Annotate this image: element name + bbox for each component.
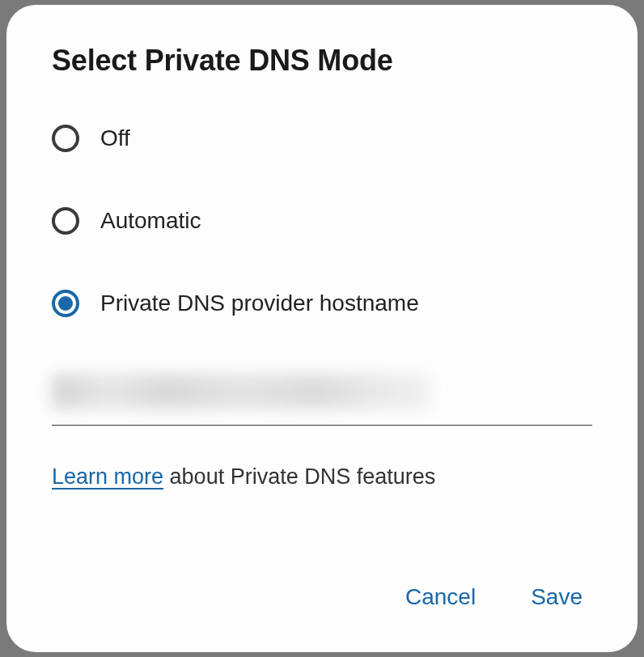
save-button[interactable]: Save: [527, 578, 586, 617]
radio-dot-icon: [58, 296, 73, 311]
info-suffix-text: about Private DNS features: [163, 464, 435, 489]
dialog-button-row: Cancel Save: [52, 578, 592, 620]
dns-mode-radio-group: Off Automatic Private DNS provider hostn…: [52, 125, 592, 317]
radio-icon: [52, 207, 79, 235]
hostname-input[interactable]: [52, 367, 592, 425]
radio-icon: [52, 125, 79, 152]
dialog-title: Select Private DNS Mode: [52, 44, 592, 78]
radio-option-automatic[interactable]: Automatic: [52, 207, 592, 235]
radio-label-provider-hostname: Private DNS provider hostname: [100, 290, 419, 316]
radio-label-off: Off: [100, 125, 130, 151]
learn-more-link[interactable]: Learn more: [52, 464, 163, 489]
radio-option-off[interactable]: Off: [52, 125, 592, 152]
private-dns-dialog: Select Private DNS Mode Off Automatic Pr…: [6, 5, 638, 652]
radio-option-provider-hostname[interactable]: Private DNS provider hostname: [52, 290, 592, 317]
radio-icon-selected: [52, 290, 79, 317]
hostname-input-wrapper: [52, 367, 592, 426]
info-text: Learn more about Private DNS features: [52, 464, 592, 490]
radio-label-automatic: Automatic: [100, 208, 201, 234]
cancel-button[interactable]: Cancel: [402, 578, 479, 617]
